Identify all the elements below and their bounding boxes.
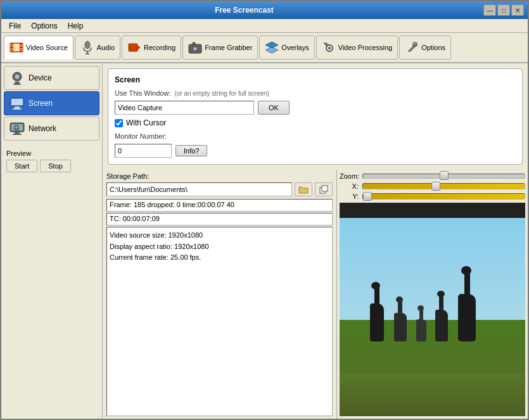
toolbar: Video Source Audio Recording (1, 33, 528, 63)
window-controls: — □ ✕ (483, 4, 524, 16)
svg-rect-26 (13, 84, 21, 85)
menu-help[interactable]: Help (63, 20, 89, 32)
log-line-2: Display aspect ratio: 1920x1080 (110, 241, 329, 253)
svg-rect-9 (129, 44, 137, 51)
storage-path-input[interactable] (106, 182, 292, 196)
preview-label: Preview (6, 150, 97, 157)
bottom-area: Storage Path: (103, 170, 528, 419)
svg-rect-2 (10, 48, 13, 51)
start-button[interactable]: Start (6, 160, 37, 172)
log-line-1: Video source size: 1920x1080 (110, 230, 329, 241)
tab-recording-label: Recording (144, 44, 175, 51)
record-icon (127, 41, 141, 54)
svg-point-24 (16, 75, 18, 78)
left-bottom: Storage Path: (103, 170, 337, 419)
zoom-label: Zoom: (340, 172, 359, 180)
main-area: Device Screen (1, 63, 528, 419)
ok-button[interactable]: OK (258, 101, 290, 115)
tab-video-source[interactable]: Video Source (4, 35, 73, 60)
tab-options[interactable]: Options (399, 35, 451, 60)
source-network-button[interactable]: Network (4, 117, 99, 141)
tab-overlays-label: Overlays (281, 44, 309, 51)
svg-rect-29 (15, 106, 20, 108)
use-window-row: Use This Window: (or an empty string for… (115, 89, 516, 97)
tab-recording[interactable]: Recording (122, 35, 181, 60)
use-window-label: Use This Window: (115, 89, 170, 97)
preview-section: Preview Start Stop (4, 147, 99, 175)
maximize-button[interactable]: □ (497, 4, 510, 16)
y-slider-track (362, 193, 525, 200)
window-input-row: OK (115, 101, 516, 115)
content-top: Screen Use This Window: (or an empty str… (103, 63, 528, 170)
content-panel: Screen Use This Window: (or an empty str… (103, 63, 528, 419)
svg-marker-16 (265, 47, 278, 53)
camera-icon (188, 41, 202, 54)
info-button[interactable]: Info? (175, 145, 207, 156)
monitor-label: Monitor Number: (115, 132, 167, 140)
monitor-input[interactable] (115, 144, 172, 158)
svg-rect-30 (13, 108, 22, 110)
folder-icon (298, 185, 309, 194)
window-input[interactable] (115, 101, 254, 115)
source-device-button[interactable]: Device (4, 66, 99, 90)
monitor-input-row: Info? (115, 144, 516, 158)
storage-path-row (106, 182, 333, 196)
svg-point-18 (328, 47, 331, 49)
device-label: Device (29, 73, 52, 82)
with-cursor-row: With Cursor (115, 118, 516, 127)
minimize-button[interactable]: — (483, 4, 496, 16)
y-slider-thumb[interactable] (363, 192, 372, 201)
svg-rect-33 (15, 132, 20, 134)
left-panel: Device Screen (1, 63, 103, 419)
log-area: Video source size: 1920x1080 Display asp… (106, 227, 333, 416)
video-preview (340, 203, 525, 416)
browse-folder-button[interactable] (295, 182, 312, 196)
svg-rect-25 (15, 82, 20, 84)
window-title: Free Screencast (5, 6, 483, 15)
tab-audio-label: Audio (97, 44, 115, 51)
monitor-row: Monitor Number: (115, 132, 516, 140)
svg-point-6 (85, 41, 90, 49)
with-cursor-checkbox[interactable] (115, 119, 123, 127)
svg-rect-34 (13, 134, 22, 135)
webcam-icon (10, 70, 25, 86)
title-bar: Free Screencast — □ ✕ (1, 1, 528, 19)
monitor-icon (10, 96, 25, 111)
close-button[interactable]: ✕ (511, 4, 524, 16)
y-row: Y: (340, 193, 525, 200)
menu-file[interactable]: File (4, 20, 26, 32)
copy-button[interactable] (315, 182, 333, 196)
x-slider-thumb[interactable] (431, 182, 440, 191)
svg-marker-10 (137, 46, 140, 49)
svg-rect-37 (322, 186, 328, 191)
svg-rect-4 (20, 48, 23, 51)
source-screen-button[interactable]: Screen (4, 91, 99, 115)
film-icon (10, 41, 23, 54)
main-window: Free Screencast — □ ✕ File Options Help … (0, 0, 529, 420)
tab-video-processing-label: Video Processing (338, 44, 392, 51)
zoom-slider-thumb[interactable] (440, 171, 449, 180)
network-source-icon (10, 121, 25, 136)
storage-label: Storage Path: (106, 172, 149, 180)
use-window-hint: (or an empty string for full screen) (174, 90, 269, 97)
tab-options-label: Options (421, 44, 445, 51)
tab-audio[interactable]: Audio (75, 35, 120, 60)
zoom-slider-track (362, 174, 525, 179)
screen-label: Screen (29, 99, 53, 108)
gear-wrench-icon (322, 41, 336, 54)
zoom-row: Zoom: (340, 172, 525, 180)
svg-rect-28 (11, 99, 23, 105)
x-slider-track (362, 183, 525, 189)
tab-overlays[interactable]: Overlays (259, 35, 314, 60)
x-row: X: (340, 182, 525, 190)
menu-options[interactable]: Options (26, 20, 62, 32)
with-cursor-label: With Cursor (126, 118, 166, 127)
tab-frame-grabber-label: Frame Grabber (205, 44, 252, 51)
tab-video-processing[interactable]: Video Processing (316, 35, 398, 60)
right-bottom: Zoom: X: Y: (337, 170, 528, 419)
stop-button[interactable]: Stop (40, 160, 71, 172)
tab-frame-grabber[interactable]: Frame Grabber (182, 35, 258, 60)
svg-rect-3 (20, 44, 23, 47)
wrench-icon (405, 41, 419, 54)
layers-icon (265, 41, 279, 54)
